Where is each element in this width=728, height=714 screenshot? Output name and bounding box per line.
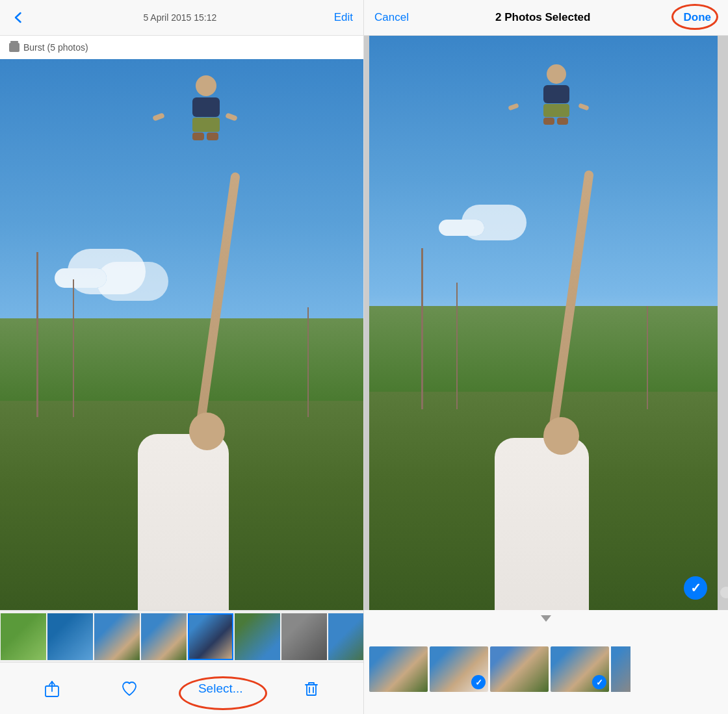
thumb-4-check: ✓ [592,675,606,689]
left-toolbar: Select... [0,662,363,714]
burst-label-row: Burst (5 photos) [0,36,363,59]
cancel-button[interactable]: Cancel [374,11,409,24]
thumb-3[interactable] [94,613,140,660]
right-photo-container[interactable] [369,36,718,610]
done-button[interactable]: Done [677,8,718,27]
like-button[interactable] [120,680,138,698]
photo-background [0,59,363,610]
triangle-icon [541,615,551,622]
thumbnail-strip[interactable] [0,610,363,662]
main-photo-area[interactable] [0,59,363,610]
right-bottom-area: ✓ ✓ [364,610,728,714]
thumb-2[interactable] [47,613,93,660]
photos-selected-label: 2 Photos Selected [495,11,590,24]
share-button[interactable] [43,680,61,698]
left-header: 5 April 2015 15:12 Edit [0,0,363,36]
thumb-4[interactable] [141,613,187,660]
selection-checkmark [684,576,707,600]
right-panel: Cancel 2 Photos Selected Done [364,0,728,714]
burst-icon [9,43,20,52]
thumb-6[interactable] [235,613,280,660]
left-divider [364,36,369,610]
burst-text: Burst (5 photos) [23,42,88,53]
select-button[interactable]: Select... [198,682,243,696]
main-photo[interactable] [0,59,363,610]
right-strip [718,36,728,610]
done-btn-container: Done [677,8,718,27]
thumb-2-check: ✓ [471,675,486,689]
header-center: 5 April 2015 15:12 [34,12,326,23]
left-panel: 5 April 2015 15:12 Edit Burst (5 photos) [0,0,364,714]
thumb-8[interactable] [328,613,363,660]
delete-button[interactable] [302,680,320,698]
edit-button[interactable]: Edit [334,11,353,24]
right-header: Cancel 2 Photos Selected Done [364,0,728,36]
right-thumb-1[interactable] [369,646,428,692]
right-main-photo-area[interactable] [364,36,728,610]
right-thumb-2[interactable]: ✓ [430,646,488,692]
right-thumb-4[interactable]: ✓ [551,646,609,692]
thumb-7[interactable] [281,613,327,660]
date-label: 5 April 2015 15:12 [143,12,216,23]
thumb-indicator [364,610,728,624]
thumb-5-selected[interactable] [188,613,233,660]
back-button[interactable] [10,8,26,27]
right-thumb-3[interactable] [490,646,549,692]
right-thumb-5-partial[interactable] [611,646,630,692]
thumb-1[interactable] [1,613,46,660]
svg-rect-2 [307,685,316,695]
select-label[interactable]: Select... [198,682,243,696]
right-thumb-strip[interactable]: ✓ ✓ [364,624,728,714]
right-photo-background [369,36,718,610]
